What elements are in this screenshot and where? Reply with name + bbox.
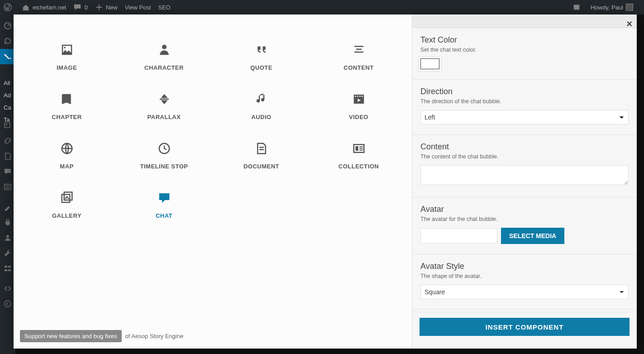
settings-scroll[interactable]: Text Color Set the chat text color. Dire…: [412, 14, 637, 349]
site-name-link[interactable]: eichefam.net: [22, 3, 66, 11]
svg-point-6: [6, 235, 9, 238]
sidebar-links[interactable]: [0, 133, 15, 148]
sidebar-plugins[interactable]: [0, 215, 15, 230]
comments-count: 0: [84, 4, 87, 11]
option-title: Text Color: [420, 35, 629, 45]
sidebar-forms[interactable]: [0, 179, 15, 195]
wordpress-icon: [4, 3, 12, 11]
character-icon: [156, 42, 172, 58]
sidebar-pages[interactable]: [0, 148, 15, 164]
sidebar-sub-cat[interactable]: Ca: [4, 104, 11, 111]
component-video[interactable]: VIDEO: [310, 87, 407, 124]
option-title: Direction: [420, 87, 629, 96]
svg-rect-9: [5, 269, 7, 271]
direction-select[interactable]: Left: [420, 110, 629, 124]
sidebar-comments[interactable]: [0, 164, 15, 179]
component-content[interactable]: CONTENT: [310, 38, 407, 75]
component-gallery[interactable]: GALLERY: [18, 186, 115, 223]
clock-icon: [156, 140, 172, 157]
sidebar-updates[interactable]: [0, 33, 15, 49]
support-suffix: of Aesop Story Engine: [125, 333, 184, 340]
user-name: Paul: [611, 4, 623, 11]
sidebar-dashboard[interactable]: [0, 18, 15, 33]
component-chapter[interactable]: CHAPTER: [18, 87, 115, 124]
insert-component-button[interactable]: INSERT COMPONENT: [420, 318, 630, 336]
wp-admin-bar: eichefam.net 0 New View Post SEO Howdy, …: [0, 0, 644, 14]
sidebar-tools[interactable]: [0, 245, 15, 261]
component-parallax[interactable]: PARALLAX: [115, 87, 213, 124]
component-map[interactable]: MAP: [18, 137, 115, 173]
sidebar-sub-add[interactable]: Ad: [4, 92, 11, 99]
select-media-button[interactable]: SELECT MEDIA: [501, 228, 564, 244]
option-direction: Direction The direction of the chat bubb…: [412, 80, 637, 135]
quote-icon: [253, 42, 270, 58]
option-desc: The content of the chat bubble.: [420, 153, 629, 160]
component-audio[interactable]: AUDIO: [213, 87, 310, 124]
close-icon[interactable]: ×: [626, 18, 632, 30]
image-icon: [59, 42, 75, 58]
option-desc: Set the chat text color.: [420, 47, 629, 53]
avatar-input[interactable]: [420, 228, 497, 244]
component-timeline-stop[interactable]: TIMELINE STOP: [115, 137, 213, 173]
comment-icon: [73, 3, 81, 11]
map-icon: [59, 140, 75, 157]
sidebar-users[interactable]: [0, 230, 15, 245]
component-collection[interactable]: COLLECTION: [310, 137, 407, 173]
component-character[interactable]: CHARACTER: [115, 38, 213, 75]
option-desc: The direction of the chat bubble.: [420, 98, 629, 105]
sidebar-custom1[interactable]: [0, 281, 15, 296]
avatar: [626, 4, 633, 11]
option-desc: The shape of the avatar.: [420, 273, 629, 279]
sidebar-posts[interactable]: [0, 49, 15, 64]
support-bar: Support new features and bug fixes of Ae…: [20, 330, 183, 342]
component-grid: IMAGE CHARACTER QUOTE CONTENT CHAPTER PA…: [14, 29, 412, 232]
svg-rect-5: [5, 184, 11, 190]
home-icon: [22, 3, 30, 11]
svg-rect-10: [8, 269, 11, 271]
svg-rect-1: [574, 5, 580, 10]
site-name: eichefam.net: [33, 4, 66, 11]
document-icon: [253, 140, 270, 157]
option-title: Avatar Style: [420, 262, 629, 271]
sidebar-settings[interactable]: [0, 261, 15, 276]
sidebar-appearance[interactable]: [0, 199, 15, 215]
component-document[interactable]: DOCUMENT: [213, 137, 310, 173]
seo-link[interactable]: SEO: [158, 4, 170, 11]
view-post-link[interactable]: View Post: [125, 4, 151, 11]
support-button[interactable]: Support new features and bug fixes: [20, 330, 122, 342]
new-label: New: [106, 4, 118, 11]
component-picker-panel: IMAGE CHARACTER QUOTE CONTENT CHAPTER PA…: [14, 14, 412, 349]
sidebar-sub-all[interactable]: All: [4, 80, 10, 86]
svg-rect-3: [5, 123, 10, 128]
component-quote[interactable]: QUOTE: [213, 38, 310, 75]
avatar-style-select[interactable]: Square: [420, 285, 629, 299]
option-avatar-style: Avatar Style The shape of the avatar. Sq…: [412, 254, 637, 310]
option-avatar: Avatar The avatar for the chat bubble. S…: [412, 197, 637, 254]
content-icon: [351, 42, 367, 58]
new-link[interactable]: New: [95, 3, 118, 11]
option-title: Avatar: [420, 205, 629, 214]
video-icon: [351, 91, 367, 107]
svg-rect-7: [5, 266, 7, 268]
user-account-link[interactable]: Howdy, Paul: [591, 4, 633, 11]
sidebar-collapse[interactable]: [0, 296, 15, 311]
content-textarea[interactable]: [420, 165, 629, 185]
component-settings-panel: × Text Color Set the chat text color. Di…: [412, 14, 637, 349]
svg-point-12: [64, 47, 66, 48]
svg-point-11: [5, 301, 11, 307]
comments-link[interactable]: 0: [73, 3, 87, 11]
component-image[interactable]: IMAGE: [18, 38, 115, 75]
parallax-icon: [156, 91, 172, 107]
wp-admin-sidebar: [0, 14, 15, 354]
color-picker[interactable]: [420, 58, 439, 69]
plus-icon: [95, 3, 103, 11]
option-content: Content The content of the chat bubble.: [412, 135, 637, 197]
component-chat[interactable]: CHAT: [115, 186, 213, 223]
component-modal: IMAGE CHARACTER QUOTE CONTENT CHAPTER PA…: [14, 14, 637, 349]
sidebar-sub-tag[interactable]: Ta: [4, 116, 10, 123]
notifications-link[interactable]: [572, 3, 583, 11]
chat-icon: [156, 190, 172, 206]
wp-logo[interactable]: [4, 3, 14, 11]
insert-bar: INSERT COMPONENT: [412, 312, 637, 344]
svg-point-4: [6, 124, 7, 126]
